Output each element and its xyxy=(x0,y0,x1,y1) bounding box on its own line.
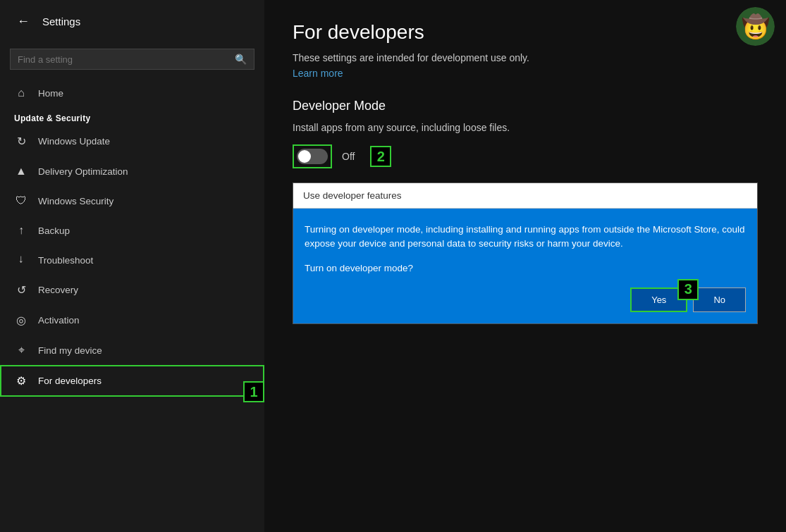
home-icon: ⌂ xyxy=(14,87,28,99)
sidebar-item-activation-label: Activation xyxy=(38,315,80,326)
search-icon: 🔍 xyxy=(235,54,247,65)
sidebar-item-recovery-label: Recovery xyxy=(38,285,78,295)
toggle-label: Off xyxy=(342,151,355,162)
main-content: 🤠 For developers These settings are inte… xyxy=(264,0,786,532)
learn-more-link[interactable]: Learn more xyxy=(293,68,758,79)
developer-features-body: Turning on developer mode, including ins… xyxy=(293,209,757,323)
sidebar-item-home[interactable]: ⌂ Home xyxy=(0,78,264,108)
install-desc: Install apps from any source, including … xyxy=(293,122,758,133)
section-heading: Developer Mode xyxy=(293,99,758,113)
page-subtitle: These settings are intended for developm… xyxy=(293,52,758,63)
sidebar-item-troubleshoot-label: Troubleshoot xyxy=(38,255,93,266)
sidebar-item-windows-update-label: Windows Update xyxy=(38,136,110,147)
developer-features-header: Use developer features xyxy=(293,183,757,209)
developer-mode-toggle[interactable] xyxy=(297,149,328,164)
search-box[interactable]: 🔍 xyxy=(10,49,254,70)
backup-icon: ↑ xyxy=(14,224,28,237)
sidebar-item-windows-security[interactable]: 🛡 Windows Security xyxy=(0,186,264,216)
avatar: 🤠 xyxy=(736,7,775,46)
yes-button[interactable]: Yes 3 xyxy=(630,287,687,312)
delivery-optimization-icon: ▲ xyxy=(14,165,28,178)
back-button[interactable]: ← xyxy=(14,11,32,32)
sidebar-item-windows-security-label: Windows Security xyxy=(38,196,113,206)
toggle-wrapper[interactable] xyxy=(293,144,332,168)
sidebar-item-troubleshoot[interactable]: ↑ Troubleshoot xyxy=(0,245,264,275)
developer-features-buttons: Yes 3 No xyxy=(305,287,746,312)
sidebar-item-find-my-device[interactable]: ⌖ Find my device xyxy=(0,335,264,365)
developer-features-dialog: Use developer features Turning on develo… xyxy=(293,183,758,324)
activation-icon: ◎ xyxy=(14,314,28,327)
sidebar-item-find-my-device-label: Find my device xyxy=(38,345,102,356)
toggle-row: Off 2 xyxy=(293,144,758,168)
section-label: Update & Security xyxy=(0,108,264,126)
yes-button-label: Yes xyxy=(651,295,666,305)
for-developers-icon: ⚙ xyxy=(14,374,28,388)
toggle-knob xyxy=(298,150,311,163)
sidebar-item-for-developers[interactable]: ⚙ For developers 1 xyxy=(0,365,264,397)
avatar-image: 🤠 xyxy=(736,7,775,46)
sidebar-item-backup[interactable]: ↑ Backup xyxy=(0,216,264,245)
troubleshoot-icon: ↑ xyxy=(14,254,28,266)
sidebar-item-activation[interactable]: ◎ Activation xyxy=(0,305,264,335)
developer-features-question: Turn on developer mode? xyxy=(305,263,746,273)
sidebar-item-windows-update[interactable]: ↻ Windows Update xyxy=(0,126,264,156)
step3-badge: 3 xyxy=(677,279,699,300)
page-title: For developers xyxy=(293,21,758,44)
step2-badge: 2 xyxy=(370,146,391,167)
sidebar: ← Settings 🔍 ⌂ Home Update & Security ↻ … xyxy=(0,0,264,532)
avatar-emoji: 🤠 xyxy=(742,13,770,40)
windows-security-icon: 🛡 xyxy=(14,194,28,207)
sidebar-item-recovery[interactable]: ↺ Recovery xyxy=(0,275,264,305)
sidebar-item-backup-label: Backup xyxy=(38,225,70,236)
search-input[interactable] xyxy=(18,54,235,65)
sidebar-item-delivery-optimization[interactable]: ▲ Delivery Optimization xyxy=(0,156,264,186)
sidebar-title: Settings xyxy=(42,16,80,27)
sidebar-item-for-developers-label: For developers xyxy=(38,376,102,386)
sidebar-item-delivery-optimization-label: Delivery Optimization xyxy=(38,166,128,177)
recovery-icon: ↺ xyxy=(14,283,28,297)
no-button[interactable]: No xyxy=(693,287,746,312)
windows-update-icon: ↻ xyxy=(14,135,28,148)
find-my-device-icon: ⌖ xyxy=(14,344,28,357)
sidebar-header: ← Settings xyxy=(0,0,264,43)
developer-features-warning: Turning on developer mode, including ins… xyxy=(305,223,746,252)
sidebar-item-home-label: Home xyxy=(38,88,63,99)
step1-badge: 1 xyxy=(243,381,264,402)
